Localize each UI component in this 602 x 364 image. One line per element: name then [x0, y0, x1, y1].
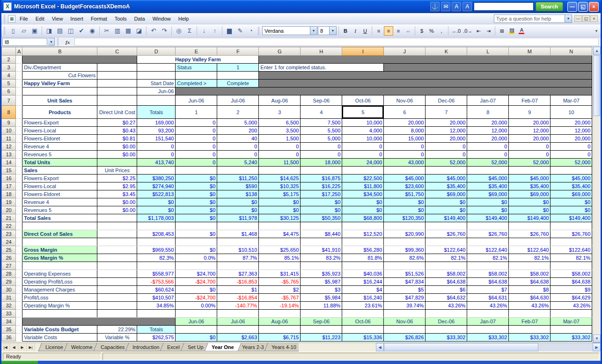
cell-G8[interactable]: 3 — [259, 106, 301, 119]
cell-J25[interactable]: $99,360 — [384, 246, 426, 254]
paste-icon[interactable]: ▦ — [123, 26, 133, 36]
cell-N17[interactable]: $35,400 — [551, 182, 592, 190]
cell-H23[interactable]: $8,440 — [301, 230, 342, 238]
cell-C7[interactable] — [97, 95, 137, 106]
cell-F4[interactable] — [217, 72, 259, 80]
cell-I10[interactable]: 4,000 — [342, 127, 384, 135]
bold-button[interactable]: B — [341, 26, 350, 36]
cell-F26[interactable]: 87.7% — [217, 254, 259, 262]
spelling-icon[interactable]: ✔ — [76, 26, 87, 36]
sort-ascending-icon[interactable]: ↓ — [199, 26, 209, 36]
cell-B10[interactable]: Flowers-Local — [22, 127, 97, 135]
cell-A15[interactable] — [16, 167, 22, 175]
cell-J27[interactable] — [384, 262, 426, 270]
cell-B14[interactable]: Total Units — [22, 159, 97, 167]
cell-I33[interactable] — [342, 310, 384, 318]
cell-I23[interactable]: $12,520 — [342, 230, 384, 238]
toolbar-options-icon[interactable]: ▾ — [593, 29, 600, 33]
cell-N33[interactable] — [551, 310, 592, 318]
cell-D24[interactable] — [137, 238, 176, 246]
cell-A10[interactable] — [16, 127, 22, 135]
cell-G13[interactable]: 0 — [259, 151, 301, 159]
open-folder-icon[interactable]: ▱ — [19, 26, 29, 36]
cell-C35[interactable]: 22.29% — [97, 326, 137, 334]
cell-J11[interactable]: 15,000 — [384, 135, 426, 143]
column-header-G[interactable]: G — [259, 47, 301, 56]
cell-E19[interactable]: $0 — [176, 198, 217, 206]
cell-N28[interactable]: $58,002 — [551, 270, 592, 278]
cell-J3[interactable] — [384, 64, 592, 72]
cell-I8[interactable]: 5 — [342, 106, 384, 119]
cell-J26[interactable]: 82.6% — [384, 254, 426, 262]
font-color-button[interactable]: A — [517, 26, 526, 36]
cell-L35[interactable] — [467, 326, 509, 334]
cell-A21[interactable] — [16, 214, 22, 222]
cell-B32[interactable]: Operating Margin % — [22, 302, 97, 310]
cell-C11[interactable]: $0.81 — [97, 135, 137, 143]
row-header-11[interactable]: 11 — [2, 135, 16, 143]
cell-N26[interactable]: 82.1% — [551, 254, 592, 262]
cell-B26[interactable]: Gross Margin % — [22, 254, 97, 262]
cell-L24[interactable] — [467, 238, 509, 246]
cell-L23[interactable]: $26,760 — [467, 230, 509, 238]
cell-N12[interactable]: 0 — [551, 143, 592, 151]
save-icon[interactable]: ▣ — [29, 26, 40, 36]
cell-G23[interactable]: $4,475 — [259, 230, 301, 238]
cell-J34[interactable]: Nov-06 — [384, 318, 426, 326]
cell-B16[interactable]: Flowers-Export — [22, 175, 97, 182]
cell-B18[interactable]: Flowers-Eldoret — [22, 190, 97, 198]
cell-F35[interactable] — [217, 326, 259, 334]
horizontal-scrollbar[interactable]: ◀ ▶ — [376, 343, 601, 351]
row-header-22[interactable]: 22 — [2, 222, 16, 230]
cell-G10[interactable]: 3,500 — [259, 127, 301, 135]
row-header-20[interactable]: 20 — [2, 206, 16, 214]
cell-K24[interactable] — [426, 238, 467, 246]
cell-D4[interactable] — [137, 72, 176, 80]
next-sheet-button[interactable]: ▶ — [18, 343, 27, 351]
cell-M11[interactable]: 20,000 — [509, 135, 551, 143]
cell-F5[interactable]: Complete — [217, 80, 259, 87]
cell-M23[interactable]: $26,760 — [509, 230, 551, 238]
cell-E36[interactable]: $0 — [176, 334, 217, 342]
cell-N23[interactable]: $26,760 — [551, 230, 592, 238]
menu-view[interactable]: View — [48, 15, 67, 23]
row-header-17[interactable]: 17 — [2, 182, 16, 190]
menu-format[interactable]: Format — [87, 15, 111, 23]
cell-B11[interactable]: Flowers-Eldoret — [22, 135, 97, 143]
cell-I31[interactable]: $16,240 — [342, 294, 384, 302]
cell-F31[interactable]: -$16,854 — [217, 294, 259, 302]
cell-J21[interactable]: $120,350 — [384, 214, 426, 222]
cell-L15[interactable] — [467, 167, 509, 175]
cell-D20[interactable]: $0 — [137, 206, 176, 214]
cell-C6[interactable] — [97, 87, 137, 95]
anchor-icon[interactable]: ⚓ — [430, 2, 440, 11]
cell-B30[interactable]: Management Charges — [22, 286, 97, 294]
cell-G33[interactable] — [259, 310, 301, 318]
size-dropdown-icon[interactable]: ▼ — [329, 27, 336, 35]
cell-K20[interactable]: $0 — [426, 206, 467, 214]
row-header-25[interactable]: 25 — [2, 246, 16, 254]
cell-M9[interactable]: 20,000 — [509, 119, 551, 127]
cell-B31[interactable]: Profit/Loss — [22, 294, 97, 302]
cell-F32[interactable]: -140.77% — [217, 302, 259, 310]
cell-H26[interactable]: 83.2% — [301, 254, 342, 262]
cell-A11[interactable] — [16, 135, 22, 143]
sheet-tab-years-4-10[interactable]: Years 4-10 — [264, 343, 299, 351]
permission-icon[interactable]: ◨ — [44, 26, 54, 36]
row-header-23[interactable]: 23 — [2, 230, 16, 238]
cell-A31[interactable] — [16, 294, 22, 302]
cell-F3[interactable]: 1 — [217, 64, 259, 72]
cell-G20[interactable]: $0 — [259, 206, 301, 214]
row-header-28[interactable]: 28 — [2, 270, 16, 278]
row-header-8[interactable]: 8 — [2, 106, 16, 119]
cell-M18[interactable]: $69,000 — [509, 190, 551, 198]
cell-K19[interactable]: $0 — [426, 198, 467, 206]
cell-L7[interactable]: Jan-07 — [467, 95, 509, 106]
align-center-button[interactable]: ≡ — [384, 26, 393, 36]
cell-J10[interactable]: 8,000 — [384, 127, 426, 135]
cell-A13[interactable] — [16, 151, 22, 159]
insert-function-icon[interactable]: fx — [62, 39, 73, 45]
column-header-K[interactable]: K — [426, 47, 467, 56]
cell-K21[interactable]: $149,400 — [426, 214, 467, 222]
cell-M7[interactable]: Feb-07 — [509, 95, 551, 106]
